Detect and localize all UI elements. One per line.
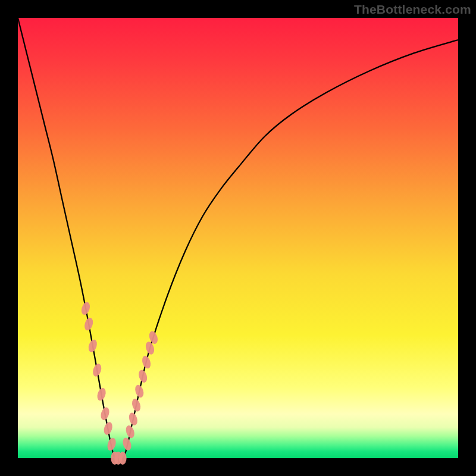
curve-marker — [87, 339, 98, 353]
curve-marker — [130, 397, 142, 412]
curve-marker — [134, 384, 145, 399]
curve-marker — [92, 363, 103, 378]
watermark-text: TheBottleneck.com — [354, 2, 471, 17]
curve-marker — [80, 301, 91, 316]
curve-marker — [106, 437, 117, 452]
curve-marker — [119, 452, 127, 465]
plot-area — [18, 18, 458, 458]
bottleneck-curve-svg — [18, 18, 458, 458]
curve-group — [18, 18, 458, 463]
bottleneck-curve-path — [18, 18, 458, 463]
curve-marker — [127, 412, 139, 427]
curve-marker — [121, 437, 133, 452]
curve-marker — [124, 424, 136, 439]
curve-marker — [140, 355, 152, 369]
curve-markers — [80, 301, 159, 465]
curve-marker — [96, 387, 107, 402]
curve-marker — [137, 369, 149, 384]
chart-frame: TheBottleneck.com — [0, 0, 476, 476]
curve-marker — [99, 406, 111, 421]
curve-marker — [102, 421, 114, 436]
curve-marker — [83, 317, 95, 331]
